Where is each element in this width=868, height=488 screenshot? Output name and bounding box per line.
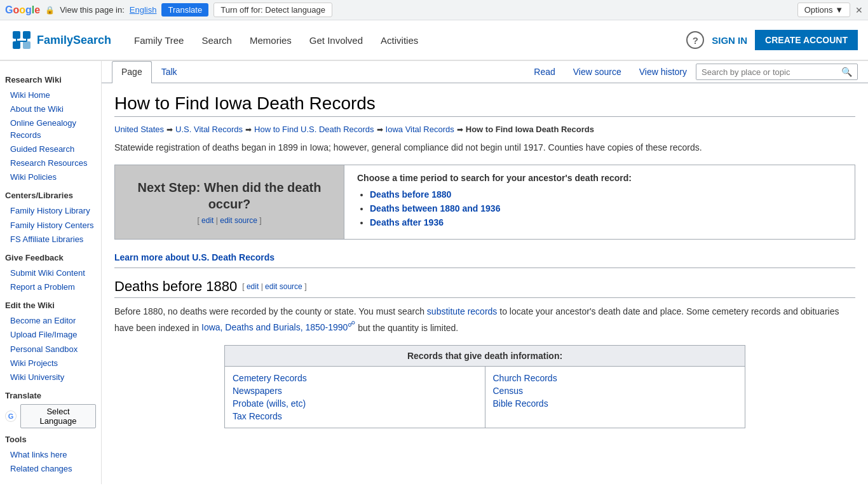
iowa-deaths-link[interactable]: Iowa, Deaths and Burials, 1850-1990☍ [201,322,355,332]
nav-get-involved[interactable]: Get Involved [302,30,370,51]
breadcrumb: United States ➡ U.S. Vital Records ➡ How… [114,125,855,134]
link-bible-records[interactable]: Bible Records [493,397,738,410]
view-page-text: View this page in: [60,5,125,15]
nav-memories[interactable]: Memories [242,30,299,51]
sidebar-item-become-editor[interactable]: Become an Editor [5,314,96,328]
sidebar-item-wiki-home[interactable]: Wiki Home [5,88,96,102]
link-tax-records[interactable]: Tax Records [233,410,477,423]
table-cell-right: Church Records Census Bible Records [485,366,745,428]
tab-read[interactable]: Read [525,62,564,82]
main-nav: Family Tree Search Memories Get Involved… [126,30,686,51]
nav-search[interactable]: Search [194,30,240,51]
link-cemetery-records[interactable]: Cemetery Records [233,372,477,384]
navbox-left-edit: [ edit | edit source ] [128,216,331,225]
wiki-search-button[interactable]: 🔍 [836,64,857,79]
page-tabs: Page Talk Read View source View history … [102,61,868,83]
main-content: Page Talk Read View source View history … [102,61,868,484]
language-link[interactable]: English [130,5,157,15]
records-table-header: Records that give death information: [225,345,745,366]
sidebar-item-submit-wiki[interactable]: Submit Wiki Content [5,266,96,280]
wiki-search-box: 🔍 [696,64,858,80]
navbox-edit-source-link[interactable]: edit source [220,216,257,225]
section-edit-links: [ edit | edit source ] [242,282,306,291]
sidebar-item-family-history-library[interactable]: Family History Library [5,204,96,218]
sidebar-item-personal-sandbox[interactable]: Personal Sandbox [5,342,96,356]
tab-page[interactable]: Page [112,61,152,83]
sidebar-section-centers: Centers/Libraries [5,191,96,200]
logo-link[interactable]: FamilySearch [10,29,111,51]
options-button[interactable]: Options ▼ [797,3,850,17]
link-church-records[interactable]: Church Records [493,372,738,384]
breadcrumb-link-us-death[interactable]: How to Find U.S. Death Records [254,125,374,134]
breadcrumb-arrow-1: ➡ [166,125,173,134]
breadcrumb-current: How to Find Iowa Death Records [466,125,594,134]
sidebar-item-upload-file[interactable]: Upload File/Image [5,328,96,342]
link-probate[interactable]: Probate (wills, etc) [233,397,477,410]
sidebar-item-wiki-university[interactable]: Wiki University [5,370,96,384]
main-header: FamilySearch Family Tree Search Memories… [0,20,868,61]
breadcrumb-link-iowa-vital[interactable]: Iowa Vital Records [386,125,454,134]
sidebar-item-wiki-projects[interactable]: Wiki Projects [5,356,96,370]
sidebar-item-about-wiki[interactable]: About the Wiki [5,102,96,116]
navbox-list-item: Deaths between 1880 and 1936 [370,203,842,214]
sidebar-item-report-problem[interactable]: Report a Problem [5,280,96,294]
article-title: How to Find Iowa Death Records [114,93,855,117]
section-edit-link[interactable]: edit [247,282,259,291]
external-link-icon: ☍ [348,320,355,329]
navbox-left: Next Step: When did the death occur? [ e… [115,165,344,239]
section-edit-source-link[interactable]: edit source [265,282,302,291]
navbox-link-after-1936[interactable]: Deaths after 1936 [370,217,444,227]
close-button[interactable]: ✕ [855,5,863,15]
tab-talk-link[interactable]: Talk [161,67,177,77]
section1-text: Before 1880, no deaths were recorded by … [114,304,855,334]
sidebar-item-fs-affiliate[interactable]: FS Affiliate Libraries [5,233,96,247]
tab-view-source[interactable]: View source [564,62,630,82]
svg-rect-3 [23,41,31,49]
translate-button[interactable]: Translate [161,3,208,17]
header-right: ? SIGN IN CREATE ACCOUNT [686,30,858,50]
sidebar-item-related-changes[interactable]: Related changes [5,462,96,476]
tab-view-history[interactable]: View history [630,62,696,82]
sidebar-item-guided-research[interactable]: Guided Research [5,142,96,156]
sign-in-button[interactable]: SIGN IN [712,35,747,46]
navbox: Next Step: When did the death occur? [ e… [114,165,855,240]
navbox-edit-link[interactable]: edit [201,216,214,225]
link-census[interactable]: Census [493,384,738,397]
navbox-list-item: Deaths before 1880 [370,189,842,200]
lock-icon: 🔒 [45,6,55,15]
navbox-link-before-1880[interactable]: Deaths before 1880 [370,189,451,200]
sidebar-section-edit-wiki: Edit the Wiki [5,301,96,310]
svg-rect-1 [23,31,31,39]
section-divider [114,268,855,268]
breadcrumb-arrow-4: ➡ [457,125,463,134]
records-table: Records that give death information: Cem… [224,345,745,428]
sidebar-item-what-links-here[interactable]: What links here [5,448,96,462]
sidebar-item-research-resources[interactable]: Research Resources [5,156,96,170]
learn-more-link[interactable]: Learn more about U.S. Death Records [114,252,855,262]
sidebar-item-family-history-centers[interactable]: Family History Centers [5,219,96,233]
substitute-records-link[interactable]: substitute records [427,306,498,316]
navbox-links: Deaths before 1880 Deaths between 1880 a… [357,189,842,227]
turn-off-button[interactable]: Turn off for: Detect language [214,3,332,17]
logo-text: FamilySearch [37,34,111,47]
select-language-button[interactable]: Select Language [20,404,96,428]
tab-talk[interactable]: Talk [152,61,187,83]
create-account-button[interactable]: CREATE ACCOUNT [755,30,858,50]
sidebar-item-online-genealogy[interactable]: Online Genealogy Records [5,116,96,142]
navbox-link-1880-1936[interactable]: Deaths between 1880 and 1936 [370,203,500,214]
content-wrapper: Research Wiki Wiki Home About the Wiki O… [0,61,868,484]
breadcrumb-link-us[interactable]: United States [114,125,164,134]
sidebar: Research Wiki Wiki Home About the Wiki O… [0,61,102,484]
sidebar-section-research-wiki: Research Wiki [5,75,96,85]
section-heading-deaths-before-1880: Deaths before 1880 [ edit | edit source … [114,278,855,298]
nav-family-tree[interactable]: Family Tree [126,30,191,51]
google-g-icon: G [5,410,17,422]
link-newspapers[interactable]: Newspapers [233,384,477,397]
article-intro: Statewide registration of deaths began i… [114,140,855,154]
sidebar-item-wiki-policies[interactable]: Wiki Policies [5,170,96,184]
wiki-search-input[interactable] [696,65,836,79]
breadcrumb-link-vital[interactable]: U.S. Vital Records [175,125,243,134]
help-icon[interactable]: ? [686,31,704,49]
navbox-list-item: Deaths after 1936 [370,217,842,227]
nav-activities[interactable]: Activities [373,30,426,51]
